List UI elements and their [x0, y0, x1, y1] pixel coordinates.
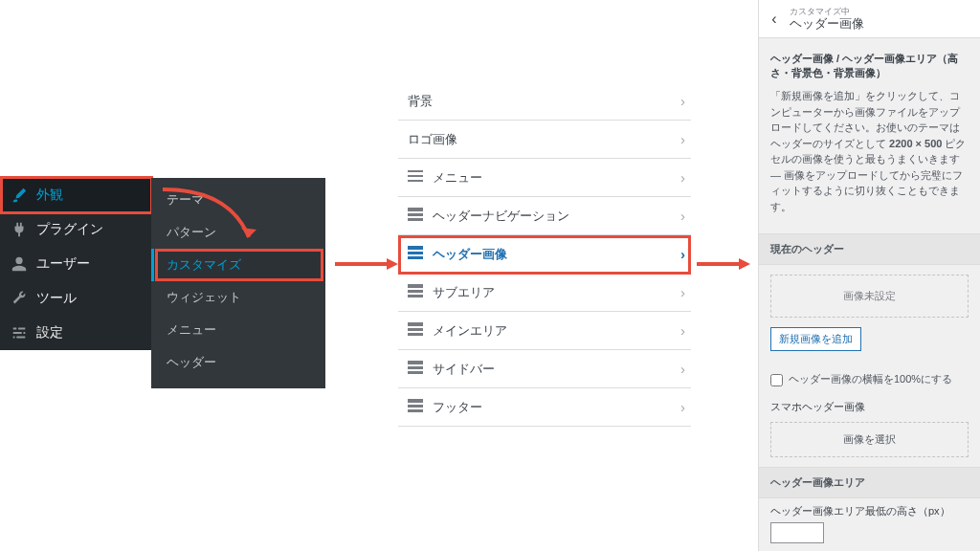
- back-button[interactable]: ‹: [759, 11, 790, 28]
- section-row-logo[interactable]: ロゴ画像 ›: [398, 121, 691, 159]
- layout-icon: [408, 284, 423, 300]
- sidebar-item-label: プラグイン: [36, 221, 103, 238]
- section-row-menu[interactable]: メニュー ›: [398, 159, 691, 197]
- svg-rect-14: [408, 333, 423, 336]
- svg-rect-9: [408, 284, 423, 288]
- chevron-right-icon: ›: [680, 169, 685, 186]
- panel-title: ヘッダー画像: [790, 17, 864, 31]
- section-label: ロゴ画像: [408, 131, 457, 148]
- section-label: ヘッダー画像: [433, 246, 507, 263]
- section-label: サイドバー: [433, 361, 495, 378]
- section-label: メインエリア: [433, 322, 507, 340]
- appearance-submenu: テーマ パターン カスタマイズ ウィジェット メニュー ヘッダー: [151, 178, 325, 388]
- svg-rect-15: [408, 361, 423, 364]
- section-row-background[interactable]: 背景 ›: [398, 82, 691, 121]
- select-image-button[interactable]: 画像を選択: [770, 422, 969, 457]
- layout-icon: [408, 361, 423, 377]
- section-title: ヘッダー画像 / ヘッダー画像エリア（高さ・背景色・背景画像）: [770, 52, 969, 80]
- chevron-right-icon: ›: [680, 131, 685, 147]
- sidebar-item-appearance[interactable]: 外観: [0, 178, 151, 212]
- annotation-arrow: [335, 254, 402, 277]
- wp-admin-sidebar: 外観 プラグイン ユーザー ツール 設定: [0, 178, 151, 350]
- subheading-header-area: ヘッダー画像エリア: [759, 467, 980, 498]
- sidebar-item-label: 外観: [36, 187, 63, 204]
- field-label: スマホヘッダー画像: [759, 394, 980, 418]
- min-height-input[interactable]: [770, 522, 824, 543]
- svg-rect-7: [408, 252, 423, 254]
- svg-rect-5: [408, 218, 423, 221]
- svg-rect-13: [408, 328, 423, 331]
- field-label: ヘッダー画像エリア最低の高さ（px）: [770, 504, 969, 518]
- svg-rect-19: [408, 405, 423, 408]
- sidebar-item-label: 設定: [36, 324, 63, 342]
- svg-rect-1: [408, 175, 423, 177]
- subheading-current-header: 現在のヘッダー: [759, 233, 980, 265]
- sidebar-item-label: ユーザー: [36, 255, 90, 273]
- brush-icon: [10, 186, 29, 205]
- user-icon: [10, 254, 29, 274]
- svg-marker-23: [387, 258, 398, 270]
- chevron-right-icon: ›: [680, 399, 685, 415]
- svg-rect-16: [408, 366, 423, 369]
- submenu-item-customize[interactable]: カスタマイズ: [151, 249, 325, 281]
- submenu-item-widgets[interactable]: ウィジェット: [151, 281, 325, 314]
- no-image-placeholder: 画像未設定: [770, 275, 969, 318]
- section-label: メニュー: [433, 169, 482, 187]
- svg-rect-0: [408, 170, 423, 172]
- chevron-right-icon: ›: [680, 208, 685, 224]
- plug-icon: [10, 220, 29, 239]
- customizer-panel: ‹ カスタマイズ中 ヘッダー画像 ヘッダー画像 / ヘッダー画像エリア（高さ・背…: [758, 0, 980, 551]
- sidebar-item-plugins[interactable]: プラグイン: [0, 212, 151, 247]
- sidebar-item-settings[interactable]: 設定: [0, 316, 151, 350]
- svg-rect-2: [408, 180, 423, 182]
- layout-icon: [408, 246, 423, 262]
- section-label: 背景: [408, 93, 433, 110]
- chevron-right-icon: ›: [680, 246, 685, 262]
- submenu-item-patterns[interactable]: パターン: [151, 216, 325, 249]
- svg-rect-10: [408, 290, 423, 293]
- submenu-item-menus[interactable]: メニュー: [151, 314, 325, 346]
- section-label: フッター: [433, 399, 482, 416]
- svg-rect-4: [408, 213, 423, 216]
- sliders-icon: [10, 323, 29, 342]
- section-row-subarea[interactable]: サブエリア ›: [398, 274, 691, 312]
- svg-rect-3: [408, 208, 423, 211]
- svg-rect-18: [408, 399, 423, 403]
- section-row-footer[interactable]: フッター ›: [398, 388, 691, 427]
- svg-rect-11: [408, 295, 423, 298]
- section-description: 「新規画像を追加」をクリックして、コンピューターから画像ファイルをアップロードし…: [770, 88, 969, 214]
- svg-rect-20: [408, 409, 423, 412]
- submenu-item-header[interactable]: ヘッダー: [151, 346, 325, 379]
- chevron-right-icon: ›: [680, 93, 685, 109]
- svg-rect-8: [408, 256, 423, 259]
- svg-rect-17: [408, 371, 423, 374]
- svg-rect-12: [408, 322, 423, 326]
- customizer-section-list: 背景 › ロゴ画像 › メニュー › ヘッダーナビゲーション › ヘッダー画像 …: [398, 82, 691, 427]
- chevron-right-icon: ›: [680, 284, 685, 300]
- layout-icon: [408, 399, 423, 415]
- add-new-image-button[interactable]: 新規画像を追加: [770, 327, 861, 351]
- wrench-icon: [10, 289, 29, 308]
- svg-marker-25: [739, 258, 750, 270]
- annotation-arrow: [697, 254, 754, 277]
- submenu-item-themes[interactable]: テーマ: [151, 184, 325, 216]
- sidebar-item-tools[interactable]: ツール: [0, 281, 151, 316]
- section-row-mainarea[interactable]: メインエリア ›: [398, 312, 691, 350]
- section-row-header-image[interactable]: ヘッダー画像 ›: [398, 235, 691, 274]
- section-label: サブエリア: [433, 284, 495, 301]
- svg-rect-6: [408, 246, 423, 250]
- sidebar-item-users[interactable]: ユーザー: [0, 247, 151, 281]
- checkbox-label: ヘッダー画像の横幅を100%にする: [789, 372, 952, 386]
- layout-icon: [408, 208, 423, 224]
- section-row-sidebar[interactable]: サイドバー ›: [398, 350, 691, 388]
- section-label: ヘッダーナビゲーション: [433, 208, 569, 225]
- layout-icon: [408, 322, 423, 339]
- section-row-header-nav[interactable]: ヘッダーナビゲーション ›: [398, 197, 691, 235]
- width-100-checkbox[interactable]: [770, 374, 783, 386]
- hamburger-icon: [408, 169, 423, 186]
- chevron-right-icon: ›: [680, 361, 685, 377]
- panel-header: ‹ カスタマイズ中 ヘッダー画像: [759, 0, 980, 38]
- sidebar-item-label: ツール: [36, 290, 77, 307]
- chevron-right-icon: ›: [680, 322, 685, 339]
